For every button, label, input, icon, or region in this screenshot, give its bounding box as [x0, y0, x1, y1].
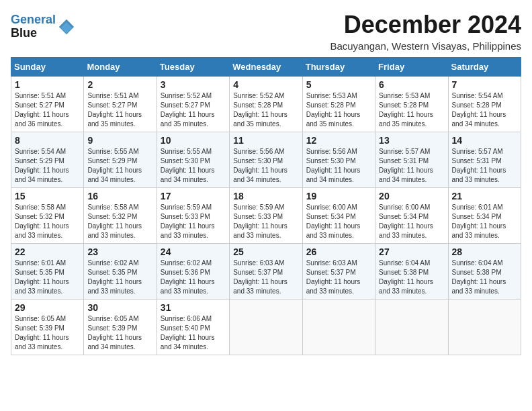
- calendar-cell: 28 Sunrise: 6:04 AM Sunset: 5:38 PM Dayl…: [448, 244, 521, 300]
- calendar-cell: 29 Sunrise: 6:05 AM Sunset: 5:39 PM Dayl…: [11, 300, 84, 355]
- day-info: Sunrise: 5:52 AM Sunset: 5:28 PM Dayligh…: [233, 91, 298, 129]
- calendar-cell: 31 Sunrise: 6:06 AM Sunset: 5:40 PM Dayl…: [157, 300, 229, 355]
- calendar-cell: [230, 300, 302, 355]
- calendar-cell: 8 Sunrise: 5:54 AM Sunset: 5:29 PM Dayli…: [11, 132, 84, 188]
- day-info: Sunrise: 6:03 AM Sunset: 5:37 PM Dayligh…: [233, 259, 298, 296]
- header-thursday: Thursday: [302, 58, 375, 77]
- day-number: 15: [15, 191, 80, 201]
- calendar-cell: 21 Sunrise: 6:01 AM Sunset: 5:34 PM Dayl…: [448, 188, 521, 244]
- calendar-cell: 4 Sunrise: 5:52 AM Sunset: 5:28 PM Dayli…: [230, 77, 302, 132]
- day-number: 31: [161, 302, 226, 313]
- day-info: Sunrise: 6:02 AM Sunset: 5:35 PM Dayligh…: [87, 259, 152, 296]
- calendar-cell: 27 Sunrise: 6:04 AM Sunset: 5:38 PM Dayl…: [375, 244, 448, 300]
- calendar-cell: 2 Sunrise: 5:51 AM Sunset: 5:27 PM Dayli…: [84, 77, 157, 132]
- calendar-cell: 7 Sunrise: 5:54 AM Sunset: 5:28 PM Dayli…: [448, 77, 521, 132]
- day-info: Sunrise: 5:56 AM Sunset: 5:30 PM Dayligh…: [306, 147, 371, 185]
- day-info: Sunrise: 6:02 AM Sunset: 5:36 PM Dayligh…: [161, 259, 226, 296]
- day-number: 24: [161, 246, 226, 257]
- calendar-cell: 12 Sunrise: 5:56 AM Sunset: 5:30 PM Dayl…: [302, 132, 375, 188]
- day-number: 19: [306, 191, 371, 201]
- header-row: SundayMondayTuesdayWednesdayThursdayFrid…: [11, 58, 521, 77]
- day-info: Sunrise: 6:00 AM Sunset: 5:34 PM Dayligh…: [379, 203, 444, 240]
- day-info: Sunrise: 6:01 AM Sunset: 5:35 PM Dayligh…: [15, 259, 80, 296]
- title-block: December 2024 Bacuyangan, Western Visaya…: [330, 11, 521, 52]
- day-number: 3: [161, 79, 226, 90]
- calendar-cell: 25 Sunrise: 6:03 AM Sunset: 5:37 PM Dayl…: [230, 244, 302, 300]
- calendar-cell: 9 Sunrise: 5:55 AM Sunset: 5:29 PM Dayli…: [84, 132, 157, 188]
- day-number: 4: [233, 79, 298, 90]
- day-info: Sunrise: 5:57 AM Sunset: 5:31 PM Dayligh…: [452, 147, 517, 185]
- week-row-4: 22 Sunrise: 6:01 AM Sunset: 5:35 PM Dayl…: [11, 244, 521, 300]
- calendar-cell: 13 Sunrise: 5:57 AM Sunset: 5:31 PM Dayl…: [375, 132, 448, 188]
- calendar-cell: [302, 300, 375, 355]
- day-info: Sunrise: 6:05 AM Sunset: 5:39 PM Dayligh…: [15, 314, 80, 352]
- logo: General Blue: [11, 13, 76, 40]
- day-number: 12: [306, 135, 371, 146]
- calendar-cell: 17 Sunrise: 5:59 AM Sunset: 5:33 PM Dayl…: [157, 188, 229, 244]
- logo-text: General Blue: [11, 13, 56, 40]
- day-info: Sunrise: 6:05 AM Sunset: 5:39 PM Dayligh…: [87, 314, 152, 352]
- day-info: Sunrise: 5:53 AM Sunset: 5:28 PM Dayligh…: [379, 91, 444, 129]
- header-friday: Friday: [375, 58, 448, 77]
- day-number: 14: [452, 135, 517, 146]
- calendar-cell: 22 Sunrise: 6:01 AM Sunset: 5:35 PM Dayl…: [11, 244, 84, 300]
- day-number: 18: [233, 191, 298, 201]
- day-info: Sunrise: 5:54 AM Sunset: 5:28 PM Dayligh…: [452, 91, 517, 129]
- day-number: 30: [87, 302, 152, 313]
- header-saturday: Saturday: [448, 58, 521, 77]
- location: Bacuyangan, Western Visayas, Philippines: [330, 40, 521, 52]
- day-info: Sunrise: 6:03 AM Sunset: 5:37 PM Dayligh…: [306, 259, 371, 296]
- calendar-cell: [375, 300, 448, 355]
- day-info: Sunrise: 5:55 AM Sunset: 5:30 PM Dayligh…: [161, 147, 226, 185]
- day-info: Sunrise: 6:06 AM Sunset: 5:40 PM Dayligh…: [161, 314, 226, 352]
- week-row-1: 1 Sunrise: 5:51 AM Sunset: 5:27 PM Dayli…: [11, 77, 521, 132]
- day-info: Sunrise: 5:59 AM Sunset: 5:33 PM Dayligh…: [233, 203, 298, 240]
- week-row-5: 29 Sunrise: 6:05 AM Sunset: 5:39 PM Dayl…: [11, 300, 521, 355]
- day-info: Sunrise: 6:04 AM Sunset: 5:38 PM Dayligh…: [452, 259, 517, 296]
- day-number: 22: [15, 246, 80, 257]
- day-info: Sunrise: 5:58 AM Sunset: 5:32 PM Dayligh…: [15, 203, 80, 240]
- day-number: 13: [379, 135, 444, 146]
- calendar-cell: 20 Sunrise: 6:00 AM Sunset: 5:34 PM Dayl…: [375, 188, 448, 244]
- calendar-cell: 30 Sunrise: 6:05 AM Sunset: 5:39 PM Dayl…: [84, 300, 157, 355]
- day-number: 10: [161, 135, 226, 146]
- day-info: Sunrise: 5:51 AM Sunset: 5:27 PM Dayligh…: [87, 91, 152, 129]
- calendar-cell: 11 Sunrise: 5:56 AM Sunset: 5:30 PM Dayl…: [230, 132, 302, 188]
- day-number: 23: [87, 246, 152, 257]
- calendar-table: SundayMondayTuesdayWednesdayThursdayFrid…: [11, 57, 521, 355]
- calendar-cell: 23 Sunrise: 6:02 AM Sunset: 5:35 PM Dayl…: [84, 244, 157, 300]
- day-info: Sunrise: 6:01 AM Sunset: 5:34 PM Dayligh…: [452, 203, 517, 240]
- day-number: 8: [15, 135, 80, 146]
- month-title: December 2024: [330, 11, 521, 39]
- day-number: 5: [306, 79, 371, 90]
- calendar-cell: 24 Sunrise: 6:02 AM Sunset: 5:36 PM Dayl…: [157, 244, 229, 300]
- day-number: 9: [87, 135, 152, 146]
- calendar-cell: 6 Sunrise: 5:53 AM Sunset: 5:28 PM Dayli…: [375, 77, 448, 132]
- calendar-cell: 3 Sunrise: 5:52 AM Sunset: 5:27 PM Dayli…: [157, 77, 229, 132]
- calendar-cell: 26 Sunrise: 6:03 AM Sunset: 5:37 PM Dayl…: [302, 244, 375, 300]
- day-info: Sunrise: 5:55 AM Sunset: 5:29 PM Dayligh…: [87, 147, 152, 185]
- header-monday: Monday: [84, 58, 157, 77]
- header-sunday: Sunday: [11, 58, 84, 77]
- day-number: 7: [452, 79, 517, 90]
- calendar-cell: [448, 300, 521, 355]
- calendar-cell: 15 Sunrise: 5:58 AM Sunset: 5:32 PM Dayl…: [11, 188, 84, 244]
- day-info: Sunrise: 5:52 AM Sunset: 5:27 PM Dayligh…: [161, 91, 226, 129]
- day-number: 6: [379, 79, 444, 90]
- day-info: Sunrise: 5:53 AM Sunset: 5:28 PM Dayligh…: [306, 91, 371, 129]
- day-number: 25: [233, 246, 298, 257]
- day-number: 16: [87, 191, 152, 201]
- calendar-cell: 5 Sunrise: 5:53 AM Sunset: 5:28 PM Dayli…: [302, 77, 375, 132]
- day-number: 27: [379, 246, 444, 257]
- calendar-cell: 16 Sunrise: 5:58 AM Sunset: 5:32 PM Dayl…: [84, 188, 157, 244]
- day-info: Sunrise: 5:54 AM Sunset: 5:29 PM Dayligh…: [15, 147, 80, 185]
- calendar-cell: 18 Sunrise: 5:59 AM Sunset: 5:33 PM Dayl…: [230, 188, 302, 244]
- calendar-cell: 1 Sunrise: 5:51 AM Sunset: 5:27 PM Dayli…: [11, 77, 84, 132]
- day-info: Sunrise: 5:59 AM Sunset: 5:33 PM Dayligh…: [161, 203, 226, 240]
- day-number: 1: [15, 79, 80, 90]
- day-number: 11: [233, 135, 298, 146]
- page-header: General Blue December 2024 Bacuyangan, W…: [11, 11, 521, 52]
- day-number: 20: [379, 191, 444, 201]
- day-info: Sunrise: 6:04 AM Sunset: 5:38 PM Dayligh…: [379, 259, 444, 296]
- calendar-cell: 19 Sunrise: 6:00 AM Sunset: 5:34 PM Dayl…: [302, 188, 375, 244]
